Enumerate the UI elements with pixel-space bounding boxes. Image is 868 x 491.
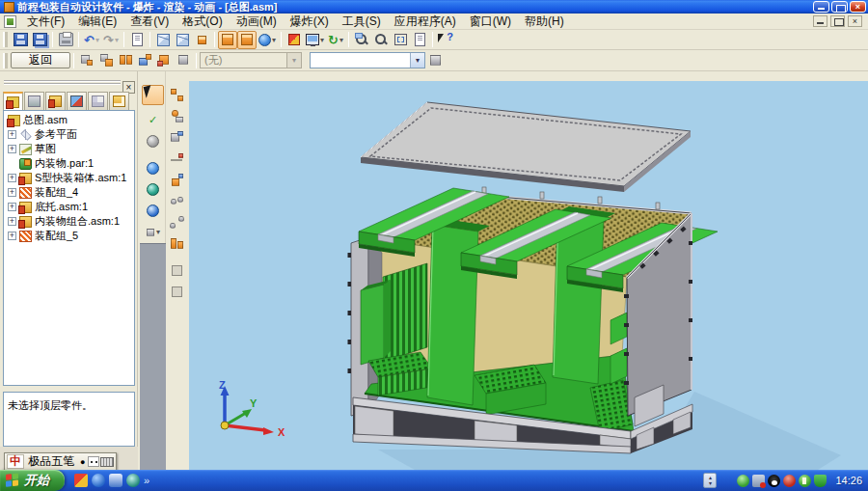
msn-icon[interactable] (109, 474, 122, 487)
menu-help[interactable]: 帮助(H) (518, 13, 571, 31)
family-tab[interactable] (45, 92, 66, 110)
menu-file[interactable]: 文件(F) (20, 13, 71, 31)
expand-icon[interactable]: + (8, 145, 16, 153)
menu-edit[interactable]: 编辑(E) (71, 13, 123, 31)
print-button[interactable] (56, 31, 75, 49)
explode-config-select[interactable]: (无) ▾ (200, 52, 302, 68)
tree-item-subassembly[interactable]: +内装物组合.asm:1 (4, 214, 134, 229)
collapse-button[interactable] (174, 51, 193, 69)
tree-item-subassembly[interactable]: +底托.asm:1 (4, 200, 134, 214)
chevron-icon[interactable]: » (144, 475, 149, 486)
explode-component-button[interactable] (166, 85, 188, 105)
menu-explode[interactable]: 爆炸(X) (284, 13, 336, 31)
tree-item-subassembly[interactable]: +S型快装箱体.asm:1 (4, 171, 134, 185)
sphere-view-button[interactable]: ▾ (257, 31, 278, 49)
media-icon[interactable] (74, 474, 88, 487)
zoom-area-button[interactable] (352, 31, 371, 49)
mdi-restore-button[interactable] (830, 15, 845, 27)
restore-button[interactable] (831, 1, 848, 13)
expand-icon[interactable]: + (8, 174, 16, 182)
animation-select[interactable]: ▾ (310, 52, 425, 68)
network-offline-icon[interactable] (752, 475, 765, 487)
security-icon[interactable] (783, 475, 796, 487)
more-views-button[interactable]: ▾ (142, 224, 164, 240)
save-button[interactable] (11, 31, 30, 49)
wireframe-button[interactable] (142, 201, 164, 221)
expand-icon[interactable]: + (8, 188, 16, 197)
viewport-canvas[interactable]: Z Y X (189, 81, 868, 470)
unbind-button[interactable] (166, 212, 188, 232)
minimize-button[interactable] (813, 1, 829, 13)
tree-item-sketch[interactable]: +草图 (4, 142, 134, 156)
back-button[interactable]: 返回 (11, 52, 70, 68)
render-view-button[interactable] (237, 31, 257, 49)
menu-view[interactable]: 查看(V) (123, 13, 176, 31)
tree-item-part[interactable]: 内装物.par:1 (4, 156, 134, 171)
pathfinder-tab[interactable] (3, 92, 23, 110)
expand-icon[interactable]: + (8, 203, 16, 211)
zoom-button[interactable] (371, 31, 391, 49)
help-tab[interactable] (109, 92, 129, 110)
expand-icon[interactable]: + (8, 217, 16, 226)
drag-arrow-button[interactable] (166, 170, 188, 190)
toolbar-grip[interactable] (3, 53, 8, 68)
visible-edges-button[interactable] (142, 179, 164, 200)
close-button[interactable]: × (850, 1, 866, 13)
animation-settings-button[interactable] (425, 51, 445, 69)
move-part-button[interactable] (166, 106, 188, 126)
mdi-minimize-button[interactable] (813, 15, 827, 27)
expand-icon[interactable]: + (8, 232, 16, 240)
ie-icon[interactable] (92, 474, 105, 487)
manual-explode-button[interactable] (96, 51, 116, 69)
previous-view-button[interactable] (410, 31, 429, 49)
hidden-edge-view-button[interactable] (173, 31, 192, 49)
bind-button[interactable] (166, 191, 188, 211)
ime-punctuation-button[interactable] (88, 456, 99, 467)
explode-view-button[interactable] (218, 31, 237, 49)
redo-button[interactable]: ↷▾ (101, 31, 121, 49)
monitor-button[interactable]: ▾ (304, 31, 326, 49)
shaded-disabled-button[interactable] (142, 131, 164, 151)
save-all-button[interactable] (30, 31, 49, 49)
menu-window[interactable]: 窗口(W) (463, 13, 518, 31)
auto-explode-button[interactable] (77, 51, 96, 69)
render-setup-button[interactable] (285, 31, 304, 49)
drag-component-button[interactable] (135, 51, 154, 69)
shield-icon[interactable] (814, 475, 827, 487)
menu-animation[interactable]: 动画(M) (230, 13, 284, 31)
shaded-view-button[interactable] (142, 158, 164, 178)
updater-icon[interactable] (799, 475, 811, 487)
tray-toggle-button[interactable]: ▴▾ (703, 473, 717, 488)
im-online-icon[interactable] (737, 475, 749, 487)
paste-page-button[interactable] (127, 31, 147, 49)
crate-model[interactable] (348, 187, 719, 453)
explode-options-button[interactable] (154, 51, 174, 69)
tree-item-reference-planes[interactable]: +参考平面 (4, 127, 134, 142)
windows-tab[interactable] (88, 92, 108, 110)
refresh-button[interactable]: ↻▾ (326, 31, 345, 49)
layers-tab[interactable] (24, 92, 44, 110)
select-tool-button[interactable] (142, 85, 164, 105)
validate-button[interactable]: ✓ (142, 110, 164, 130)
settings-a-button[interactable] (166, 260, 188, 281)
menu-applications[interactable]: 应用程序(A) (388, 13, 463, 31)
fit-button[interactable] (391, 31, 410, 49)
ime-language-button[interactable]: 中 (7, 454, 24, 469)
tree-item-root[interactable]: 总图.asm (4, 113, 134, 127)
sheets-tab[interactable] (67, 92, 87, 110)
help-pointer-button[interactable]: ? (436, 31, 455, 49)
menu-format[interactable]: 格式(O) (176, 13, 229, 31)
wireframe-view-button[interactable] (153, 31, 173, 49)
bind-parts-button[interactable] (116, 51, 135, 69)
tree-item-assembly-group[interactable]: +装配组_5 (4, 229, 134, 243)
ime-name[interactable]: 极品五笔 (25, 453, 77, 470)
start-button[interactable]: 开始 (0, 470, 65, 491)
flow-line-button[interactable] (166, 149, 188, 169)
ime-fullwidth-button[interactable]: ● (78, 457, 87, 467)
taskbar-clock[interactable]: 14:26 (829, 475, 862, 486)
settings-b-button[interactable] (166, 282, 188, 302)
reposition-button[interactable] (166, 127, 188, 148)
mdi-close-button[interactable]: × (848, 15, 862, 27)
viewport[interactable]: Z Y X (189, 81, 868, 470)
undo-button[interactable]: ↶▾ (82, 31, 101, 49)
